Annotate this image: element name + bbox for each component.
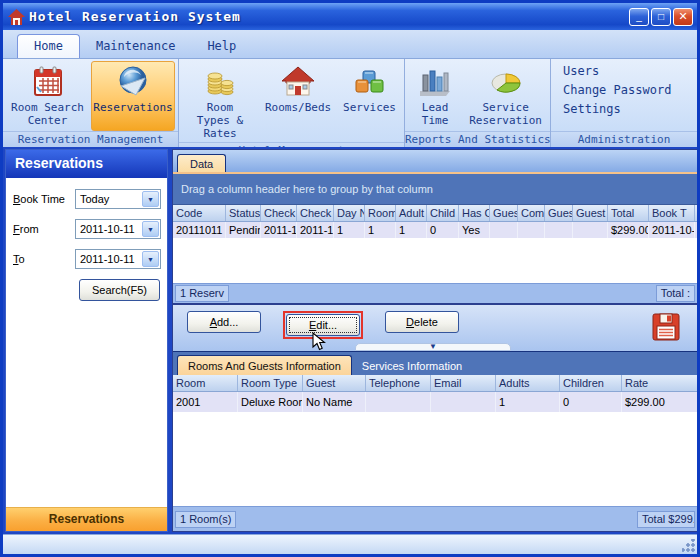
settings-link[interactable]: Settings [563, 102, 621, 116]
column-header[interactable]: Guest [545, 205, 573, 221]
to-date-value: 2011-10-11 [76, 253, 141, 265]
grid-cell [490, 222, 518, 238]
column-header[interactable]: Book T [649, 205, 695, 221]
column-header[interactable]: Has C [459, 205, 490, 221]
room-search-center-button[interactable]: Room Search Center [6, 61, 89, 131]
grid-cell: 20111011 [173, 222, 226, 238]
lead-time-button[interactable]: Lead Time [408, 61, 462, 131]
delete-button[interactable]: Delete [385, 311, 459, 333]
grid-cell [366, 392, 431, 412]
globe-icon [116, 65, 150, 99]
chevron-down-icon[interactable]: ▼ [142, 221, 159, 237]
splitter-handle[interactable]: ▼ [355, 343, 511, 351]
column-header[interactable]: Check [261, 205, 297, 221]
menu-tabstrip: Home Maintenance Help [3, 30, 697, 59]
change-password-link[interactable]: Change Password [563, 83, 671, 97]
grid-cell: 1 [496, 392, 560, 412]
book-time-label: Book Time [13, 193, 75, 205]
column-header[interactable]: Total [608, 205, 649, 221]
grid-cell: Pending [226, 222, 261, 238]
maximize-button[interactable]: □ [651, 8, 671, 26]
resize-grip[interactable] [682, 539, 695, 552]
service-reservation-button[interactable]: Service Reservation [464, 61, 547, 131]
column-header[interactable]: Room [365, 205, 396, 221]
grid-row[interactable]: 20111011Pending2011-10-112011-10-111110Y… [173, 222, 697, 239]
column-header[interactable]: Code [173, 205, 226, 221]
tab-help[interactable]: Help [191, 35, 252, 58]
grid-cell: No Name [303, 392, 366, 412]
column-header[interactable]: Email [431, 375, 496, 391]
grid-cell [573, 222, 608, 238]
column-header[interactable]: Child [427, 205, 459, 221]
grid-cell: Deluxe Room [238, 392, 303, 412]
chevron-down-icon[interactable]: ▼ [142, 251, 159, 267]
minimize-button[interactable]: _ [629, 8, 649, 26]
window-title: Hotel Reservation System [29, 9, 629, 24]
chevron-down-icon[interactable]: ▼ [142, 191, 159, 207]
reservations-grid-statusbar: 1 Reserv Total : [173, 283, 697, 303]
chevron-down-icon: ▼ [429, 342, 437, 351]
ribbon-button-label: Rooms/Beds [265, 101, 331, 114]
ribbon-group-reports-statistics: Lead Time Service Reservation Reports An… [405, 59, 551, 147]
tab-maintenance[interactable]: Maintenance [80, 35, 191, 58]
reservations-button[interactable]: Reservations [91, 61, 175, 131]
ribbon-button-label: Room Search Center [11, 101, 84, 127]
column-header[interactable]: Guest E [573, 205, 608, 221]
sidebar-nav-reservations[interactable]: Reservations [6, 507, 167, 531]
from-date-value: 2011-10-11 [76, 223, 141, 235]
rooms-beds-button[interactable]: Rooms/Beds [260, 61, 336, 142]
column-header[interactable]: Check O [297, 205, 334, 221]
grid-cell: $299.00 [622, 392, 697, 412]
to-date-select[interactable]: 2011-10-11 ▼ [75, 249, 161, 269]
tab-services-information[interactable]: Services Information [352, 356, 472, 375]
detail-tabstrip: Rooms And Guests Information Services In… [173, 351, 697, 375]
book-time-select[interactable]: Today ▼ [75, 189, 161, 209]
tab-home[interactable]: Home [17, 34, 80, 58]
column-header[interactable]: Children [560, 375, 622, 391]
room-types-rates-button[interactable]: Room Types & Rates [182, 61, 258, 142]
services-button[interactable]: Services [338, 61, 401, 142]
column-header[interactable]: Guest [490, 205, 518, 221]
sidebar-title: Reservations [6, 150, 167, 178]
app-home-icon [8, 9, 25, 25]
grid-cell: 1 [396, 222, 427, 238]
ribbon-button-label: Service Reservation [469, 101, 542, 127]
grid-cell: 0 [427, 222, 459, 238]
search-button[interactable]: Search(F5) [79, 279, 160, 301]
column-header[interactable]: Telephone [366, 375, 431, 391]
group-by-hint: Drag a column header here to group by th… [173, 174, 697, 205]
column-header[interactable]: Guest [303, 375, 366, 391]
to-label: To [13, 253, 75, 265]
column-header[interactable]: Room Type [238, 375, 303, 391]
add-button[interactable]: Add... [187, 311, 261, 333]
book-time-value: Today [76, 193, 141, 205]
ribbon-button-label: Lead Time [413, 101, 457, 127]
column-header[interactable]: Status [226, 205, 261, 221]
rooms-grid: RoomRoom TypeGuestTelephoneEmailAdultsCh… [173, 375, 697, 412]
reservation-total: Total : [656, 285, 695, 302]
ribbon-group-reservation-management: Room Search Center Reservations Reservat… [3, 59, 179, 147]
column-header[interactable]: Day N [334, 205, 365, 221]
ribbon-button-label: Services [343, 101, 396, 114]
coins-icon [203, 65, 237, 99]
tab-data[interactable]: Data [177, 154, 226, 172]
from-date-select[interactable]: 2011-10-11 ▼ [75, 219, 161, 239]
column-header[interactable]: Comp [518, 205, 545, 221]
main-content: Data Drag a column header here to group … [172, 149, 697, 532]
ribbon-button-label: Room Types & Rates [187, 101, 253, 140]
column-header[interactable]: Room [173, 375, 238, 391]
grid-row[interactable]: 2001Deluxe RoomNo Name10$299.00 [173, 392, 697, 412]
close-button[interactable]: ✕ [673, 8, 693, 26]
grid-cell: 1 [334, 222, 365, 238]
title-bar: Hotel Reservation System _ □ ✕ [3, 3, 697, 30]
search-sidebar: Reservations Book Time Today ▼ From 2011… [5, 149, 168, 532]
ribbon-group-hotel-management: Room Types & Rates Rooms/Beds [179, 59, 405, 147]
ribbon-button-label: Reservations [93, 101, 172, 114]
column-header[interactable]: Adults [496, 375, 560, 391]
save-icon[interactable] [651, 312, 681, 342]
data-tabstrip: Data [173, 150, 697, 174]
column-header[interactable]: Adult [396, 205, 427, 221]
users-link[interactable]: Users [563, 64, 599, 78]
tab-rooms-and-guests[interactable]: Rooms And Guests Information [177, 355, 352, 375]
column-header[interactable]: Rate [622, 375, 697, 391]
